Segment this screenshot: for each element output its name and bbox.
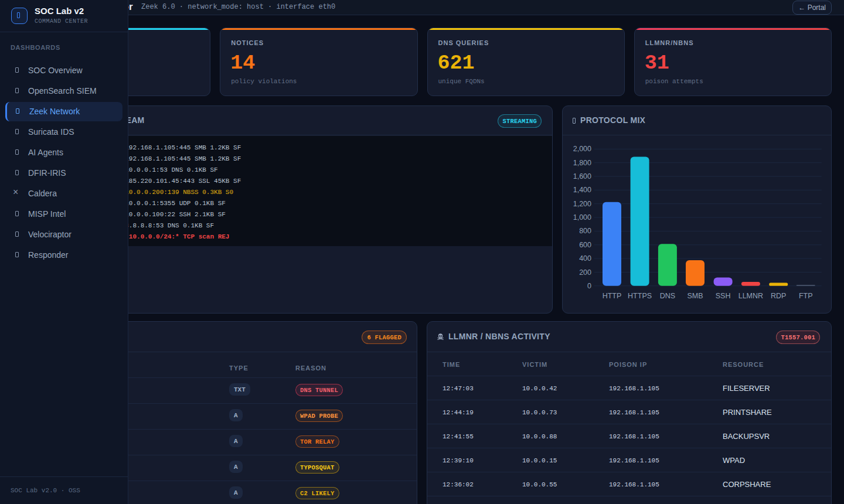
svg-text:SSH: SSH [716,292,731,300]
svg-text:1,200: 1,200 [573,200,591,208]
svg-text:800: 800 [579,227,591,235]
svg-text:SMB: SMB [687,292,703,300]
svg-text:FTP: FTP [799,292,813,300]
svg-text:2,000: 2,000 [573,145,591,153]
svg-text:1,800: 1,800 [573,159,591,167]
svg-text:600: 600 [579,241,591,249]
svg-text:RDP: RDP [771,292,786,300]
svg-text:HTTPS: HTTPS [628,292,652,300]
svg-text:200: 200 [579,268,591,277]
svg-text:1,400: 1,400 [573,186,591,194]
svg-text:1,000: 1,000 [573,213,591,222]
svg-text:DNS: DNS [660,292,675,300]
svg-text:1,600: 1,600 [573,172,591,181]
svg-text:400: 400 [579,254,591,263]
svg-text:LLMNR: LLMNR [738,292,763,300]
svg-text:0: 0 [587,282,591,290]
svg-text:HTTP: HTTP [603,292,622,300]
